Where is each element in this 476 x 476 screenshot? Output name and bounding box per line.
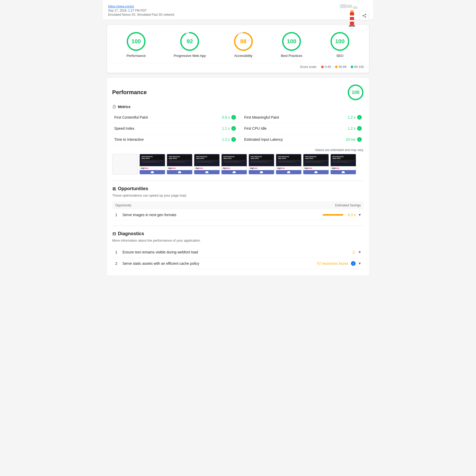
score-item-progressive-web-app: 92 Progressive Web App [174,31,206,58]
cloud-left [340,4,347,8]
filmstrip-frame: PROGRESSIVEWEB APPS digikala [139,154,165,174]
orange-dot [335,66,338,68]
score-item-performance: 100 Performance [126,31,146,58]
timer-icon [112,105,116,109]
opportunities-header: Opportunities [112,186,364,191]
metric-value: 1.2 s ✓ [222,137,236,142]
cloud-small [353,6,358,9]
check-icon: ✓ [357,126,362,131]
frame-top: PROGRESSIVEWEB APPS [303,154,329,166]
expand-chevron-icon[interactable]: ▾ [359,261,361,266]
metric-row: Estimated Input Latency 10 ms ✓ [238,134,364,145]
frame-top: PROGRESSIVEWEB APPS [194,154,219,166]
warning-icon: ⚠ [352,250,356,254]
score-circle: 100 [330,31,350,52]
diagnostics-icon [112,232,116,236]
metrics-label: Metrics [112,105,364,109]
performance-section-header: Performance 100 [112,84,364,101]
scale-orange: 50-89 [335,65,347,69]
performance-score-circle: 100 [347,84,364,101]
green-dot [351,66,353,68]
frame-arch [287,171,290,173]
metrics-left-col: First Contentful Paint 0.9 s ✓ Speed Ind… [112,112,238,145]
metric-value: 10 ms ✓ [346,137,362,142]
header: https://pwa.rocks/ Sep 17, 2018, 1:27 PM… [103,0,373,20]
frame-logo: digikala [194,166,219,170]
frame-arch [205,171,208,173]
score-number: 100 [287,38,296,45]
metric-time: 1.1 s [222,126,230,130]
score-number: 100 [131,38,141,45]
metrics-grid: First Contentful Paint 0.9 s ✓ Speed Ind… [112,112,364,145]
diagnostic-row[interactable]: 2 Serve static assets with an efficient … [112,258,364,269]
frame-content: PROGRESSIVEWEB APPS digikala [222,154,247,174]
filmstrip-frame: PROGRESSIVEWEB APPS digikala [194,154,220,174]
score-circle: 100 [281,31,302,52]
scale-green: 90-100 [351,65,364,69]
share-button[interactable] [360,11,369,20]
performance-score-value: 100 [352,90,359,95]
opportunity-row[interactable]: 1 Serve images in next-gen formats 0.3 s… [112,209,364,221]
header-date: Sep 17, 2018, 1:27 PM PDT [108,9,368,12]
frame-arch [151,171,154,173]
metric-name: Speed Index [114,126,135,130]
frame-bottom [140,170,165,174]
score-label: Progressive Web App [174,54,206,58]
scale-green-label: 90-100 [354,65,364,69]
score-number: 92 [187,38,193,45]
opp-name: Serve images in next-gen formats [122,213,320,217]
frame-logo: digikala [276,166,301,170]
metric-row: First Contentful Paint 0.9 s ✓ [112,112,238,123]
check-icon: ✓ [357,115,362,120]
svg-rect-2 [350,12,354,15]
frame-bottom [276,170,301,174]
metric-row: First CPU Idle 1.2 s ✓ [238,123,364,134]
header-actions [340,4,369,27]
col-opportunity: Opportunity [115,204,131,207]
metric-name: Estimated Input Latency [244,137,283,142]
metric-name: First CPU Idle [244,126,267,130]
frame-bottom [222,170,247,174]
red-dot [321,66,324,68]
expand-chevron-icon[interactable]: ▾ [359,250,361,254]
page-url[interactable]: https://pwa.rocks/ [108,4,134,8]
divider-1 [112,181,364,181]
frame-top: PROGRESSIVEWEB APPS [167,154,192,166]
frame-logo: digikala [303,166,329,170]
score-label: Best Practices [281,54,302,58]
diagnostic-row[interactable]: 1 Ensure text remains visible during web… [112,246,364,258]
metrics-title: Metrics [118,105,130,109]
diagnostics-desc: More information about the performance o… [112,239,364,242]
scale-orange-label: 50-89 [339,65,347,69]
col-savings: Estimated Savings [335,204,361,207]
metric-name: First Meaningful Paint [244,115,279,119]
frame-logo: digikala [222,166,247,170]
score-scale: Score scale: 0-49 50-89 90-100 [112,63,364,69]
metric-row: First Meaningful Paint 1.2 s ✓ [238,112,364,123]
frame-bottom [331,170,356,174]
score-label: SEO [336,54,343,58]
filmstrip-blank-frame [112,154,138,174]
metric-value: 1.2 s ✓ [348,126,362,131]
frame-logo: digikala [140,166,165,170]
frame-arch [314,171,318,173]
frame-top: PROGRESSIVEWEB APPS [276,154,301,166]
frame-content: PROGRESSIVEWEB APPS digikala [167,154,192,174]
frame-bottom [249,170,274,174]
frame-top: PROGRESSIVEWEB APPS [331,154,356,166]
frame-top: PROGRESSIVEWEB APPS [249,154,274,166]
score-label: Performance [127,54,146,58]
metric-time: 1.2 s [348,115,356,119]
diagnostics-list: 1 Ensure text remains visible during web… [112,246,364,269]
filmstrip-frame: PROGRESSIVEWEB APPS digikala [249,154,274,174]
opp-savings: 0.3 s [345,213,356,217]
expand-chevron-icon[interactable]: ▾ [359,212,361,217]
divider-2 [112,226,364,226]
scale-label: Score scale: [300,65,317,69]
score-item-best-practices: 100 Best Practices [281,31,302,58]
opp-bar [323,214,343,216]
frame-arch [260,171,263,173]
metric-row: Time to Interactive 1.2 s ✓ [112,134,238,145]
frame-bottom [167,170,192,174]
diag-num: 1 [115,250,119,254]
